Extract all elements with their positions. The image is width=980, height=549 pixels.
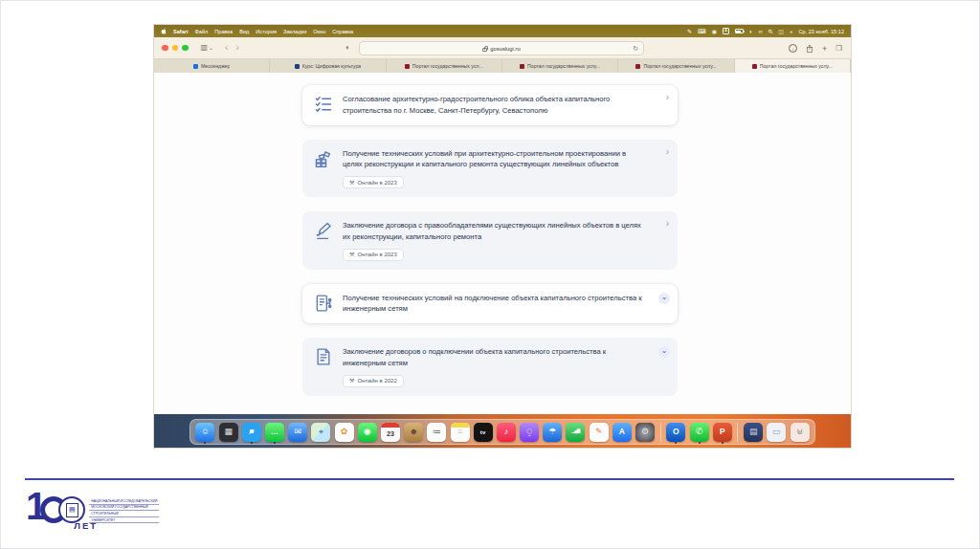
whatsapp-icon[interactable]: ✆	[690, 423, 709, 442]
launchpad-icon[interactable]: ▦	[219, 423, 238, 442]
document-window-icon[interactable]: ▭	[767, 423, 786, 442]
maps-icon[interactable]: ⌖	[311, 423, 330, 442]
badge-label: Онлайн в 2023	[357, 252, 396, 257]
browser-tab[interactable]: Курс: Цифровая культура	[270, 59, 386, 73]
reload-icon[interactable]: ↻	[633, 45, 638, 53]
expand-button[interactable]: ⌄	[658, 293, 670, 304]
macos-screenshot: Safari ФайлПравкаВидИсторияЗакладкиОкноС…	[154, 25, 851, 448]
gosuslugi-page: Согласование архитектурно-градостроитель…	[154, 73, 851, 414]
running-indicator	[699, 442, 701, 444]
browser-tab[interactable]: Мессенджер	[154, 59, 270, 73]
tools-icon: ⚒	[349, 378, 354, 384]
stocks-icon[interactable]: ▁▄▇	[566, 423, 585, 442]
app-store-icon[interactable]: A	[612, 423, 632, 442]
accessibility-icon[interactable]: ∞	[759, 29, 763, 34]
apple-tv-icon[interactable]: tv	[474, 423, 493, 442]
menubar-menu-item[interactable]: Справка	[332, 29, 353, 34]
tab-favicon-icon	[295, 64, 300, 69]
expand-button[interactable]: ⌄	[658, 346, 670, 358]
window-controls	[162, 45, 189, 52]
safari-icon[interactable]: ↗	[242, 423, 261, 442]
calendar-icon[interactable]: 23	[381, 423, 400, 442]
online-badge: ⚒ Онлайн в 2022	[343, 375, 404, 387]
finder-icon[interactable]: ☺	[195, 423, 214, 442]
share-icon[interactable]	[806, 44, 813, 54]
menubar-app-name[interactable]: Safari	[173, 29, 189, 34]
running-indicator	[204, 442, 206, 444]
service-card[interactable]: Согласование архитектурно-градостроитель…	[302, 85, 678, 125]
outlook-icon[interactable]: O	[666, 423, 685, 442]
dock-separator[interactable]	[737, 423, 738, 442]
system-settings-icon[interactable]: ⚙	[635, 423, 655, 442]
control-center-icon[interactable]: ◫	[778, 29, 784, 34]
menubar-clock[interactable]: Ср, 23 нояб. 15:12	[798, 29, 844, 34]
service-card[interactable]: Получение технических условий на подключ…	[302, 284, 678, 324]
service-title: Получение технических условий при архите…	[343, 148, 645, 171]
podcasts-icon[interactable]: ⍜	[520, 423, 539, 442]
display-icon[interactable]: ◐	[749, 29, 753, 34]
safari-toolbar: ▥ ⌄ ‹ › ◐ gosuslugi.ru ↻ ↓ + ❐	[154, 37, 851, 59]
spotlight-icon[interactable]: ⚲	[767, 28, 773, 34]
menubar-menu-item[interactable]: Правка	[214, 29, 233, 34]
tab-overview-button[interactable]: ❐	[835, 44, 842, 53]
tab-label: Портал государственных услу...	[760, 63, 833, 69]
university-emblem-icon: ▤	[66, 503, 78, 517]
browser-tab[interactable]: Портал государственных усл...	[387, 59, 502, 73]
input-source-icon[interactable]: А	[723, 28, 729, 33]
trash-icon[interactable]: ⊎	[791, 423, 810, 442]
address-bar[interactable]: gosuslugi.ru ↻	[359, 41, 644, 55]
back-button[interactable]: ‹	[225, 43, 228, 53]
minimize-window-button[interactable]	[172, 45, 179, 52]
sidebar-toggle-icon[interactable]: ▥	[201, 44, 209, 52]
service-title: Заключение договоров о подключении объек…	[343, 346, 645, 369]
pages-icon[interactable]: ✎	[590, 423, 609, 442]
browser-tab[interactable]: Портал государственных услу...	[502, 59, 618, 73]
messages-icon[interactable]: …	[265, 423, 284, 442]
screen-record-icon[interactable]: ◉	[712, 29, 717, 34]
service-card[interactable]: Заключение договоров о подключении объек…	[302, 338, 678, 396]
menubar-menu-item[interactable]: Окно	[313, 29, 325, 34]
service-icon	[314, 347, 333, 366]
contacts-icon[interactable]: ☻	[404, 423, 423, 442]
university-name-line: Национальный исследовательский	[89, 498, 159, 505]
apple-logo-icon[interactable]	[161, 28, 167, 34]
new-tab-button[interactable]: +	[822, 44, 827, 54]
forward-button[interactable]: ›	[235, 43, 238, 53]
menubar-menu-item[interactable]: Вид	[239, 29, 249, 34]
slide-divider-line	[25, 478, 954, 480]
menubar-menu-item[interactable]: Файл	[195, 29, 209, 34]
zoom-window-button[interactable]	[182, 45, 189, 52]
privacy-shield-icon[interactable]: ◐	[345, 44, 350, 52]
chevron-right-icon[interactable]: ›	[666, 219, 669, 229]
service-card[interactable]: Получение технических условий при архите…	[302, 140, 678, 198]
powerpoint-icon[interactable]: P	[713, 423, 732, 442]
dock-separator[interactable]	[660, 423, 661, 442]
service-title: Согласование архитектурно-градостроитель…	[343, 94, 645, 117]
tab-favicon-icon	[752, 64, 757, 69]
service-card[interactable]: Заключение договора с правообладателями …	[302, 211, 678, 270]
chevron-right-icon[interactable]: ›	[666, 93, 669, 102]
photos-icon[interactable]: ✿	[335, 423, 354, 442]
tab-label: Мессенджер	[201, 63, 230, 69]
downloads-stack-icon[interactable]: ▤	[744, 423, 763, 442]
markup-pencil-icon[interactable]: ✎	[687, 29, 692, 34]
service-icon	[314, 149, 333, 168]
sidebar-caret-icon[interactable]: ⌄	[209, 45, 213, 51]
browser-tab[interactable]: Портал государственных услу...	[618, 59, 734, 73]
browser-tab[interactable]: Портал государственных услу...	[735, 59, 851, 73]
battery-icon[interactable]	[735, 29, 744, 33]
music-icon[interactable]: ♪	[497, 423, 516, 442]
keyboard-icon[interactable]: ⌨	[698, 29, 706, 34]
weather-icon[interactable]: ☂	[543, 423, 562, 442]
chevron-right-icon[interactable]: ›	[666, 147, 669, 157]
downloads-button[interactable]: ↓	[789, 44, 797, 53]
online-badge: ⚒ Онлайн в 2023	[343, 249, 404, 261]
facetime-icon[interactable]: ◉	[358, 423, 377, 442]
reminders-icon[interactable]: ≔	[427, 423, 446, 442]
menubar-menu-item[interactable]: Закладки	[283, 29, 306, 34]
menubar-menu-item[interactable]: История	[256, 29, 277, 34]
close-window-button[interactable]	[162, 45, 168, 52]
menu-extra-icon[interactable]: +	[790, 29, 793, 34]
notes-icon[interactable]: ≡	[451, 423, 470, 442]
mail-icon[interactable]: ✉	[288, 423, 307, 442]
